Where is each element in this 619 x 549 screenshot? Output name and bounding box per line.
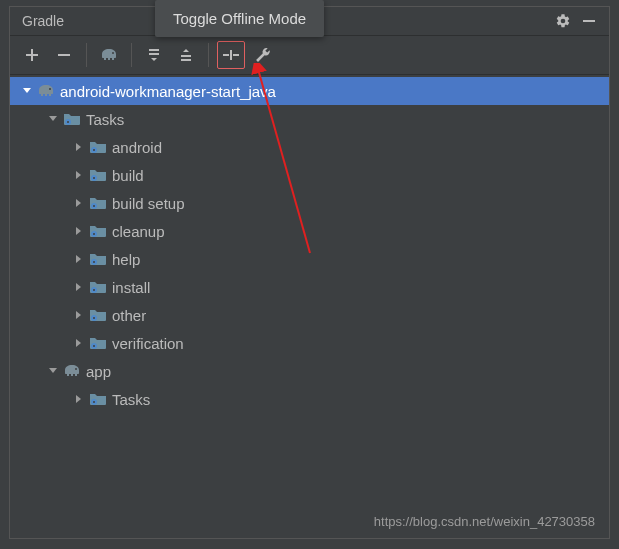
chevron-right-icon[interactable] <box>72 140 86 154</box>
svg-point-31 <box>93 401 95 403</box>
tooltip: Toggle Offline Mode <box>155 0 324 37</box>
project-tree[interactable]: android-workmanager-start_javaTasksandro… <box>10 75 609 538</box>
tree-row[interactable]: verification <box>10 329 609 357</box>
tree-row[interactable]: build setup <box>10 189 609 217</box>
tree-row[interactable]: other <box>10 301 609 329</box>
chevron-right-icon[interactable] <box>72 196 86 210</box>
svg-point-10 <box>49 88 51 90</box>
tree-row-label: verification <box>112 335 184 352</box>
gradle-icon <box>62 361 82 381</box>
chevron-down-icon[interactable] <box>46 112 60 126</box>
chevron-right-icon[interactable] <box>72 336 86 350</box>
folder-icon <box>88 277 108 297</box>
folder-icon <box>88 221 108 241</box>
folder-icon <box>88 165 108 185</box>
svg-point-16 <box>93 177 95 179</box>
chevron-down-icon[interactable] <box>46 364 60 378</box>
folder-icon <box>88 137 108 157</box>
gradle-icon <box>36 81 56 101</box>
remove-button[interactable] <box>50 41 78 69</box>
svg-rect-5 <box>181 55 191 57</box>
watermark: https://blog.csdn.net/weixin_42730358 <box>374 514 595 529</box>
folder-icon <box>88 389 108 409</box>
chevron-right-icon[interactable] <box>72 280 86 294</box>
tree-row-label: Tasks <box>112 391 150 408</box>
reload-button[interactable] <box>95 41 123 69</box>
folder-icon <box>62 109 82 129</box>
svg-rect-8 <box>233 54 239 56</box>
tree-row[interactable]: help <box>10 245 609 273</box>
gradle-panel: Gradle android-workmanager-start_javaTas… <box>9 6 610 539</box>
tree-row-label: android <box>112 139 162 156</box>
svg-rect-4 <box>149 53 159 55</box>
wrench-button[interactable] <box>249 41 277 69</box>
tree-row-label: help <box>112 251 140 268</box>
svg-rect-7 <box>223 54 229 56</box>
folder-icon <box>88 333 108 353</box>
svg-point-12 <box>67 121 69 123</box>
folder-icon <box>88 305 108 325</box>
svg-rect-6 <box>181 59 191 61</box>
svg-point-2 <box>112 52 114 54</box>
tree-row-label: cleanup <box>112 223 165 240</box>
chevron-down-icon[interactable] <box>20 84 34 98</box>
tree-row-label: app <box>86 363 111 380</box>
tree-row[interactable]: android <box>10 133 609 161</box>
toolbar <box>10 36 609 75</box>
svg-point-20 <box>93 233 95 235</box>
folder-icon <box>88 249 108 269</box>
svg-point-29 <box>75 368 77 370</box>
tree-row-label: Tasks <box>86 111 124 128</box>
chevron-right-icon[interactable] <box>72 392 86 406</box>
add-button[interactable] <box>18 41 46 69</box>
svg-rect-1 <box>58 54 70 56</box>
tree-row[interactable]: app <box>10 357 609 385</box>
toolbar-separator <box>86 43 87 67</box>
svg-rect-0 <box>583 20 595 22</box>
svg-point-22 <box>93 261 95 263</box>
svg-rect-3 <box>149 49 159 51</box>
folder-icon <box>88 193 108 213</box>
chevron-right-icon[interactable] <box>72 224 86 238</box>
tree-row[interactable]: build <box>10 161 609 189</box>
svg-point-28 <box>93 345 95 347</box>
tree-row[interactable]: Tasks <box>10 385 609 413</box>
svg-point-24 <box>93 289 95 291</box>
chevron-right-icon[interactable] <box>72 168 86 182</box>
tree-row-label: build setup <box>112 195 185 212</box>
tree-row-label: other <box>112 307 146 324</box>
svg-point-26 <box>93 317 95 319</box>
tree-row[interactable]: cleanup <box>10 217 609 245</box>
settings-icon[interactable] <box>553 11 573 31</box>
tree-row-label: android-workmanager-start_java <box>60 83 276 100</box>
tree-row[interactable]: Tasks <box>10 105 609 133</box>
svg-point-14 <box>93 149 95 151</box>
svg-point-18 <box>93 205 95 207</box>
chevron-right-icon[interactable] <box>72 308 86 322</box>
tree-row[interactable]: android-workmanager-start_java <box>10 77 609 105</box>
tree-row-label: build <box>112 167 144 184</box>
toggle-offline-button[interactable] <box>217 41 245 69</box>
collapse-all-button[interactable] <box>172 41 200 69</box>
toolbar-separator <box>131 43 132 67</box>
tree-row-label: install <box>112 279 150 296</box>
tree-row[interactable]: install <box>10 273 609 301</box>
minimize-icon[interactable] <box>579 11 599 31</box>
expand-all-button[interactable] <box>140 41 168 69</box>
chevron-right-icon[interactable] <box>72 252 86 266</box>
toolbar-separator <box>208 43 209 67</box>
